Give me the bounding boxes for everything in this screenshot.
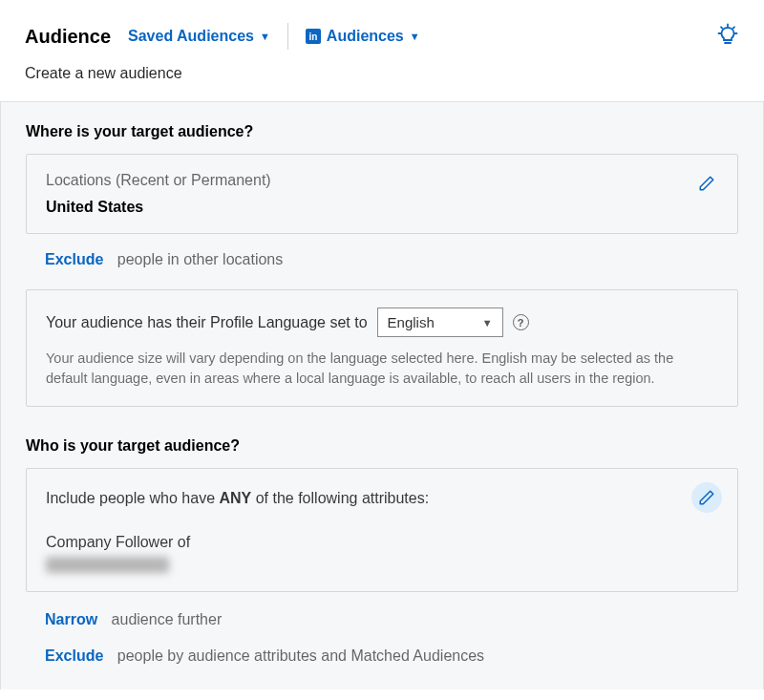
audiences-dropdown[interactable]: in Audiences ▼ xyxy=(306,28,420,45)
edit-attributes-button[interactable] xyxy=(691,482,722,513)
svg-line-2 xyxy=(733,27,734,28)
include-prefix: Include people who have xyxy=(46,490,219,506)
narrow-row: Narrow audience further xyxy=(45,611,738,628)
language-description: Your audience size will vary depending o… xyxy=(46,349,718,389)
svg-line-1 xyxy=(721,27,722,28)
include-attributes-card: Include people who have ANY of the follo… xyxy=(26,468,738,592)
exclude-attributes-row: Exclude people by audience attributes an… xyxy=(45,647,738,665)
include-emph: ANY xyxy=(219,490,251,506)
language-selected: English xyxy=(388,314,435,330)
language-card: Your audience has their Profile Language… xyxy=(26,289,738,407)
audience-body: Where is your target audience? Locations… xyxy=(0,101,764,689)
saved-audiences-label: Saved Audiences xyxy=(128,28,254,45)
exclude-locations-row: Exclude people in other locations xyxy=(45,251,738,268)
language-row: Your audience has their Profile Language… xyxy=(46,308,718,337)
audience-header: Audience Saved Audiences ▼ in Audiences … xyxy=(0,0,764,57)
lightbulb-icon[interactable] xyxy=(716,23,739,50)
include-suffix: of the following attributes: xyxy=(251,490,429,506)
edit-locations-button[interactable] xyxy=(691,168,722,199)
locations-label: Locations (Recent or Permanent) xyxy=(46,172,718,189)
who-section: Who is your target audience? Include peo… xyxy=(26,437,738,665)
narrow-link[interactable]: Narrow xyxy=(45,611,97,627)
linkedin-icon: in xyxy=(306,29,321,44)
exclude-locations-text: people in other locations xyxy=(117,251,283,267)
exclude-attributes-link[interactable]: Exclude xyxy=(45,647,103,664)
narrow-text: audience further xyxy=(112,611,223,627)
exclude-locations-link[interactable]: Exclude xyxy=(45,251,103,267)
vertical-divider xyxy=(287,23,288,50)
saved-audiences-dropdown[interactable]: Saved Audiences ▼ xyxy=(128,28,270,45)
pencil-icon xyxy=(698,489,715,506)
create-audience-subheader: Create a new audience xyxy=(0,57,764,101)
language-select[interactable]: English ▼ xyxy=(377,308,503,337)
where-section-heading: Where is your target audience? xyxy=(26,123,738,140)
caret-down-icon: ▼ xyxy=(260,31,270,42)
exclude-attributes-text: people by audience attributes and Matche… xyxy=(117,647,484,664)
audiences-label: Audiences xyxy=(327,28,404,45)
attribute-label: Company Follower of xyxy=(46,534,718,551)
include-text: Include people who have ANY of the follo… xyxy=(46,490,718,507)
language-prefix: Your audience has their Profile Language… xyxy=(46,314,368,331)
help-icon[interactable]: ? xyxy=(513,314,529,330)
caret-down-icon: ▼ xyxy=(482,317,493,329)
locations-card: Locations (Recent or Permanent) United S… xyxy=(26,154,738,234)
who-section-heading: Who is your target audience? xyxy=(26,437,738,455)
locations-value: United States xyxy=(46,199,718,216)
page-title: Audience xyxy=(25,26,111,48)
pencil-icon xyxy=(698,175,715,192)
attribute-value-redacted: Wordplay Solutions xyxy=(46,557,169,573)
caret-down-icon: ▼ xyxy=(410,31,420,42)
